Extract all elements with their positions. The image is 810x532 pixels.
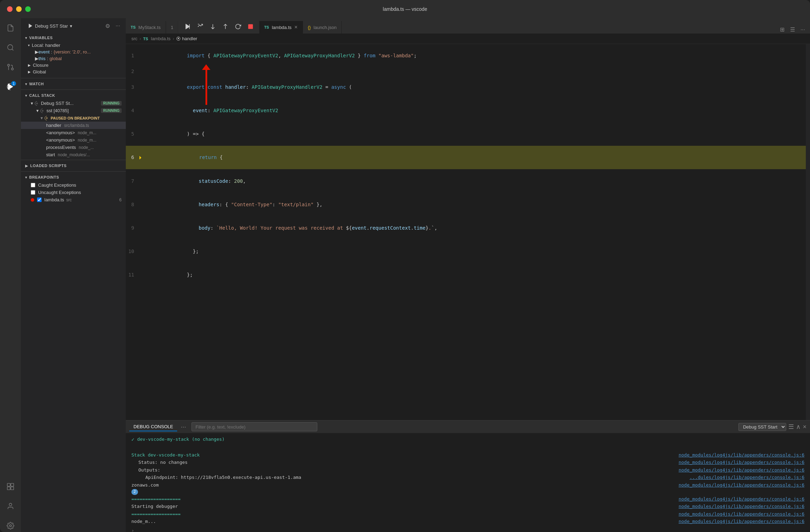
scroll-up-btn[interactable]: ∧	[796, 423, 801, 431]
tab-1-label: 1	[171, 25, 173, 30]
console-link-5[interactable]: node_modules/log4js/lib/appenders/consol…	[679, 482, 804, 489]
caught-exceptions-checkbox[interactable]	[31, 183, 35, 187]
frame-anon-2-file: node_m...	[78, 138, 96, 143]
gear-icon-btn[interactable]: ⚙	[104, 22, 111, 30]
sidebar-scroll[interactable]: ▾ VARIABLES ▾ Local: handler ▶ event : {…	[21, 34, 126, 532]
sidebar-header: Debug SST Star ▾ ⚙ ···	[21, 18, 126, 34]
svg-rect-8	[7, 487, 10, 490]
closure-label: Closure	[33, 63, 49, 68]
callstack-chevron: ▾	[25, 94, 27, 98]
run-debug-icon[interactable]: 1	[4, 80, 17, 93]
debug-console-tab[interactable]: DEBUG CONSOLE	[129, 423, 177, 431]
callstack-sst-process[interactable]: ▾ sst [40785] RUNNING	[21, 107, 126, 114]
console-line-blank	[131, 444, 804, 451]
more-tabs-btn[interactable]: ···	[799, 26, 807, 34]
accounts-icon[interactable]	[4, 500, 17, 512]
console-link-9[interactable]: node_modules/log4js/lib/appenders/consol…	[679, 518, 804, 525]
divider-2	[21, 89, 126, 90]
uncaught-exceptions-checkbox[interactable]	[31, 190, 35, 195]
close-console-btn[interactable]: ×	[803, 423, 807, 431]
global-group[interactable]: ▶ Global	[21, 69, 126, 75]
lambda-ts-src: src	[66, 197, 72, 202]
console-link-6[interactable]: node_modules/log4js/lib/appenders/consol…	[679, 496, 804, 503]
console-line-badge: 2	[131, 489, 804, 495]
console-line-stack: Stack dev-vscode-my-stack node_modules/l…	[131, 452, 804, 459]
console-link-1[interactable]: node_modules/log4js/lib/appenders/consol…	[679, 452, 804, 459]
frame-anon-2[interactable]: <anonymous> node_m...	[21, 136, 126, 144]
tab-lambda[interactable]: TS lambda.ts ×	[259, 21, 303, 34]
files-icon[interactable]	[4, 22, 17, 34]
loaded-scripts-header[interactable]: ▶ LOADED SCRIPTS	[21, 161, 126, 170]
variables-label: VARIABLES	[29, 36, 53, 40]
tab-launch-json[interactable]: {} launch.json	[303, 21, 342, 34]
toggle-sidebar-btn[interactable]: ☰	[789, 26, 796, 34]
callstack-debug-sst[interactable]: ▾ Debug SST St... RUNNING	[21, 100, 126, 107]
debug-config-button[interactable]: Debug SST Star ▾	[25, 22, 75, 30]
frame-processevents[interactable]: processEvents node_...	[21, 144, 126, 151]
callstack-header[interactable]: ▾ CALL STACK	[21, 91, 126, 100]
frame-handler[interactable]: handler src/lambda.ts	[21, 122, 126, 129]
clear-console-btn[interactable]: ☰	[788, 423, 794, 431]
separator-1: ==================	[131, 496, 181, 503]
svg-rect-6	[7, 483, 10, 486]
console-link-2[interactable]: node_modules/log4js/lib/appenders/consol…	[679, 459, 804, 466]
tab-1[interactable]: 1	[166, 21, 179, 34]
console-zonaws-text: zonaws.com	[131, 482, 159, 489]
variables-header[interactable]: ▾ VARIABLES	[21, 34, 126, 42]
code-editor[interactable]: 1 import { APIGatewayProxyEventV2, APIGa…	[126, 44, 806, 420]
console-line-sep2: ================== node_modules/log4js/l…	[131, 511, 804, 518]
split-editor-btn[interactable]: ⊞	[779, 26, 786, 34]
frame-start-name: start	[46, 152, 55, 157]
close-button[interactable]	[7, 6, 13, 12]
source-control-icon[interactable]	[4, 61, 17, 73]
call-stack-section: ▾ CALL STACK ▾ Debug SST St... RUNNING ▾	[21, 91, 126, 158]
watch-header[interactable]: ▾ WATCH	[21, 80, 126, 88]
event-chevron: ▶	[35, 49, 38, 55]
loaded-scripts-section: ▶ LOADED SCRIPTS	[21, 161, 126, 170]
code-line-7: 7 statusCode: 200,	[126, 169, 806, 193]
console-link-7[interactable]: node_modules/log4js/lib/appenders/consol…	[679, 503, 804, 510]
breakpoints-chevron: ▾	[25, 175, 27, 179]
continue-button[interactable]	[182, 23, 193, 32]
activity-bar: 1	[0, 18, 21, 532]
console-link-8[interactable]: node_modules/log4js/lib/appenders/consol…	[679, 511, 804, 518]
uncaught-exceptions-item: Uncaught Exceptions	[21, 189, 126, 196]
console-line-status: Status: no changes node_modules/log4js/l…	[131, 459, 804, 466]
extensions-icon[interactable]	[4, 480, 17, 493]
stop-button[interactable]	[245, 23, 256, 32]
debug-console: DEBUG CONSOLE ··· Debug SST Start ☰ ∧ ×	[126, 420, 810, 532]
closure-group[interactable]: ▶ Closure	[21, 62, 126, 69]
settings-icon[interactable]	[4, 519, 17, 532]
local-handler-group[interactable]: ▾ Local: handler	[21, 42, 126, 49]
svg-line-1	[12, 49, 13, 50]
minimize-button[interactable]	[16, 6, 22, 12]
more-actions-btn[interactable]: ···	[114, 22, 122, 30]
tab-mystack[interactable]: TS MyStack.ts	[126, 21, 166, 34]
var-this-row[interactable]: ▶ this : global	[21, 55, 126, 62]
source-dropdown[interactable]: Debug SST Start	[738, 423, 786, 431]
console-filter-input[interactable]	[191, 422, 317, 431]
svg-marker-17	[186, 24, 190, 29]
breakpoints-header[interactable]: ▾ BREAKPOINTS	[21, 173, 126, 181]
debug-toolbar	[179, 21, 259, 34]
frame-anon-1[interactable]: <anonymous> node_m...	[21, 129, 126, 136]
tab-lambda-close[interactable]: ×	[294, 24, 297, 30]
global-chevron: ▶	[28, 70, 31, 74]
paused-breakpoint-item[interactable]: ▾ PAUSED ON BREAKPOINT	[21, 114, 126, 122]
console-link-3[interactable]: node_modules/log4js/lib/appenders/consol…	[679, 467, 804, 474]
step-into-button[interactable]	[208, 23, 218, 32]
vscode-window: lambda.ts — vscode	[0, 0, 810, 532]
restart-button[interactable]	[233, 23, 243, 32]
maximize-button[interactable]	[25, 6, 31, 12]
console-more-tabs[interactable]: ···	[179, 423, 188, 431]
search-icon[interactable]	[4, 41, 17, 54]
console-last-text: node_m...	[131, 518, 156, 525]
lambda-ts-checkbox[interactable]	[37, 197, 42, 202]
tabs-bar-icons: ⊞ ☰ ···	[775, 26, 810, 34]
console-link-4[interactable]: ...dules/log4js/lib/appenders/console.js…	[689, 474, 804, 481]
var-event-row[interactable]: ▶ event : {version: '2.0', ro...	[21, 49, 126, 55]
frame-start[interactable]: start node_modules/...	[21, 151, 126, 158]
step-over-button[interactable]	[195, 23, 205, 32]
console-output[interactable]: ✓ dev-vscode-my-stack (no changes) Stack…	[126, 433, 810, 532]
step-out-button[interactable]	[220, 23, 231, 32]
